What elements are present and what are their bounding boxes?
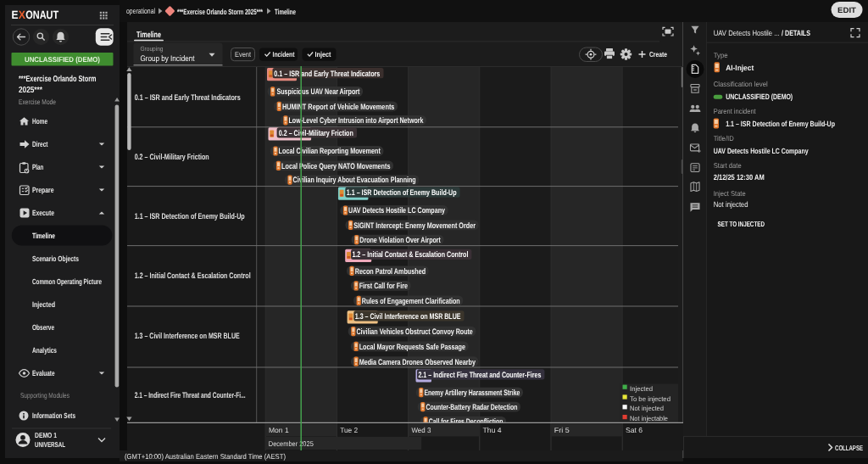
svg-text:Mon 1: Mon 1 — [269, 426, 289, 434]
svg-text:To be injected: To be injected — [630, 395, 670, 403]
svg-text:0.1 – ISR and Early Threat Ind: 0.1 – ISR and Early Threat Indicators — [274, 70, 380, 79]
svg-text:SET TO INJECTED: SET TO INJECTED — [718, 220, 765, 228]
svg-text:Inject: Inject — [315, 50, 331, 59]
svg-text:Media Camera Drones Observed N: Media Camera Drones Observed Nearby — [359, 358, 476, 367]
svg-text:Not injectable: Not injectable — [630, 415, 669, 422]
svg-text:1.3 – Civil Interference on MS: 1.3 – Civil Interference on MSR BLUE — [135, 332, 240, 341]
svg-text:Observe: Observe — [32, 323, 54, 332]
svg-text:Group by Incident: Group by Incident — [141, 54, 195, 64]
svg-text:Low-Level Cyber Intrusion into: Low-Level Cyber Intrusion into Airport N… — [289, 116, 424, 126]
svg-text:Information Sets: Information Sets — [32, 411, 75, 420]
svg-text:Direct: Direct — [32, 140, 48, 148]
svg-text:Title/ID: Title/ID — [714, 134, 734, 143]
svg-text:UNIVERSAL: UNIVERSAL — [35, 440, 65, 449]
svg-text:1.2 – Initial Contact & Escala: 1.2 – Initial Contact & Escalation Contr… — [135, 271, 251, 281]
svg-text:Home: Home — [32, 117, 47, 126]
svg-text:Type: Type — [714, 51, 728, 59]
svg-text:X: X — [19, 8, 25, 21]
svg-text:AI-Inject: AI-Inject — [726, 64, 754, 72]
svg-text:1.3 – Civil Interference on MS: 1.3 – Civil Interference on MSR BLUE — [355, 312, 461, 321]
svg-text:Wed 3: Wed 3 — [411, 426, 431, 434]
svg-text:SIGINT Intercept: Enemy Moveme: SIGINT Intercept: Enemy Movement Order — [353, 221, 476, 231]
svg-text:Timeline: Timeline — [275, 8, 296, 16]
svg-text:Analytics: Analytics — [32, 346, 57, 355]
svg-text:Supporting Modules: Supporting Modules — [20, 391, 70, 400]
svg-text:UNCLASSIFIED (DEMO): UNCLASSIFIED (DEMO) — [726, 92, 793, 101]
svg-text:DEMO 1: DEMO 1 — [35, 431, 57, 439]
svg-text:2025***: 2025*** — [19, 86, 42, 95]
svg-text:E: E — [12, 8, 19, 21]
svg-text:Execute: Execute — [32, 209, 54, 217]
svg-text:Not injected: Not injected — [714, 200, 748, 209]
svg-text:1.1 – ISR Detection of Enemy B: 1.1 – ISR Detection of Enemy Build-Up — [726, 120, 835, 128]
svg-text:HUMINT Report of Vehicle Movem: HUMINT Report of Vehicle Movements — [282, 103, 395, 112]
svg-text:Injected: Injected — [630, 385, 653, 393]
svg-text:Classification level: Classification level — [714, 80, 768, 88]
svg-text:Injected: Injected — [32, 300, 55, 309]
svg-text:Inject State: Inject State — [714, 189, 746, 198]
svg-text:ONAUT: ONAUT — [25, 8, 59, 21]
svg-text:Drone Violation Over Airport: Drone Violation Over Airport — [359, 236, 441, 245]
svg-text:COLLAPSE: COLLAPSE — [835, 444, 863, 452]
svg-text:Exercise Mode: Exercise Mode — [19, 98, 56, 106]
svg-text:(GMT+10:00) Australian Eastern: (GMT+10:00) Australian Eastern Standard … — [125, 452, 286, 461]
svg-text:Suspicious UAV Near Airport: Suspicious UAV Near Airport — [277, 87, 361, 97]
svg-text:Civilian Inquiry About Evacuat: Civilian Inquiry About Evacuation Planni… — [293, 176, 416, 185]
svg-text:Local Police Query NATO Moveme: Local Police Query NATO Movements — [281, 162, 390, 171]
svg-text:Event: Event — [235, 50, 252, 59]
svg-text:2.1 – Indirect Fire Threat and: 2.1 – Indirect Fire Threat and Counter-F… — [418, 371, 541, 380]
svg-text:Start date: Start date — [714, 161, 742, 170]
svg-text:Local Mayor Requests Safe Pass: Local Mayor Requests Safe Passage — [359, 343, 465, 352]
svg-text:Civilian Vehicles Obstruct Con: Civilian Vehicles Obstruct Convoy Route — [356, 327, 472, 337]
svg-text:Tue 2: Tue 2 — [340, 426, 358, 434]
svg-text:***Exercise Orlando Storm 2025: ***Exercise Orlando Storm 2025*** — [177, 8, 263, 16]
svg-text:Scenario Objects: Scenario Objects — [32, 254, 79, 263]
svg-text:Common Operating Picture: Common Operating Picture — [32, 277, 102, 286]
svg-text:Local Civilian Reporting Movem: Local Civilian Reporting Movement — [279, 147, 381, 156]
svg-text:Rules of Engagement Clarificat: Rules of Engagement Clarification — [362, 297, 460, 306]
svg-text:1.2 – Initial Contact & Escala: 1.2 – Initial Contact & Escalation Contr… — [352, 250, 468, 260]
svg-text:EDIT: EDIT — [837, 6, 857, 14]
svg-text:Fri 5: Fri 5 — [554, 426, 570, 434]
svg-text:1.1 – ISR Detection of Enemy B: 1.1 – ISR Detection of Enemy Build-Up — [135, 212, 245, 221]
svg-text:Thu 4: Thu 4 — [483, 426, 502, 434]
svg-text:***Exercise Orlando Storm: ***Exercise Orlando Storm — [19, 75, 97, 84]
svg-text:0.1 – ISR and Early Threat Ind: 0.1 – ISR and Early Threat Indicators — [135, 93, 241, 103]
svg-text:Create: Create — [649, 50, 667, 59]
svg-text:/ DETAILS: / DETAILS — [782, 29, 810, 37]
svg-text:Incident: Incident — [273, 50, 295, 59]
svg-text:Counter-Battery Radar Detectio: Counter-Battery Radar Detection — [426, 403, 517, 412]
svg-text:Prepare: Prepare — [32, 186, 54, 194]
svg-text:1.1 – ISR Detection of Enemy B: 1.1 – ISR Detection of Enemy Build-Up — [347, 188, 457, 198]
svg-text:2.1 – Indirect Fire Threat and: 2.1 – Indirect Fire Threat and Counter-F… — [135, 391, 246, 400]
svg-text:UAV Detects Hostile LC Company: UAV Detects Hostile LC Company — [714, 147, 809, 155]
svg-text:operational: operational — [126, 7, 155, 15]
svg-text:Recon Patrol Ambushed: Recon Patrol Ambushed — [355, 267, 426, 277]
svg-text:0.2 – Civil-Military Friction: 0.2 – Civil-Military Friction — [279, 129, 353, 138]
svg-text:Grouping: Grouping — [141, 45, 164, 53]
svg-text:Not injected: Not injected — [630, 405, 664, 412]
svg-text:2/12/25 12:30 AM: 2/12/25 12:30 AM — [714, 173, 765, 182]
svg-text:UNCLASSIFIED (DEMO): UNCLASSIFIED (DEMO) — [25, 55, 100, 64]
svg-text:Enemy Artillery Harassment Str: Enemy Artillery Harassment Strike — [424, 389, 520, 398]
svg-text:First Call for Fire: First Call for Fire — [359, 282, 408, 291]
svg-text:Evaluate: Evaluate — [32, 369, 55, 377]
svg-text:Plan: Plan — [32, 163, 44, 171]
svg-text:0.2 – Civil-Military Friction: 0.2 – Civil-Military Friction — [135, 153, 209, 162]
svg-text:Parent incident: Parent incident — [714, 107, 757, 115]
svg-text:Timeline: Timeline — [32, 232, 55, 240]
svg-text:Sat 6: Sat 6 — [626, 426, 643, 434]
svg-text:UAV Detects Hostile LC Company: UAV Detects Hostile LC Company — [348, 206, 445, 215]
svg-text:UAV Detects Hostile ...: UAV Detects Hostile ... — [714, 29, 780, 37]
svg-text:Timeline: Timeline — [136, 31, 161, 40]
svg-text:December 2025: December 2025 — [269, 439, 314, 448]
